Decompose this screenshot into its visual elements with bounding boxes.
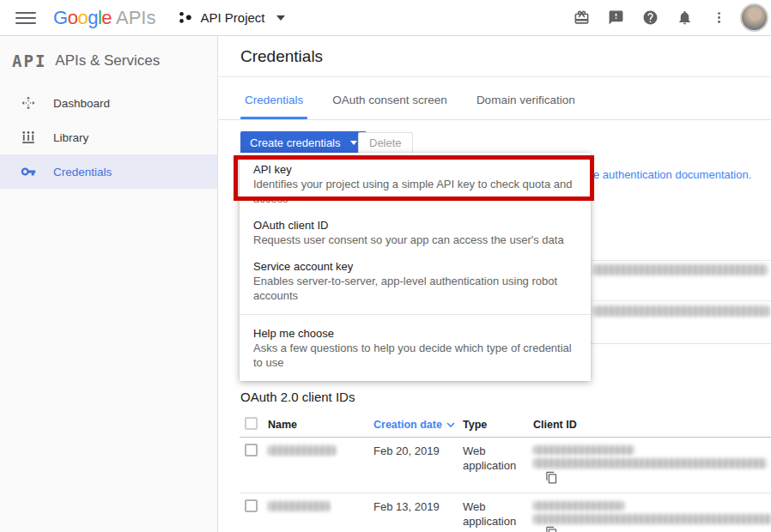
logo-letter: o (77, 7, 88, 28)
redacted-client-id (533, 514, 771, 524)
sort-chevron-icon (446, 422, 455, 427)
logo-letter: e (101, 7, 112, 28)
avatar[interactable] (740, 3, 768, 32)
api-logo: API (12, 51, 46, 70)
create-credentials-button[interactable]: Create credentials (240, 131, 367, 154)
page-header: Credentials (219, 36, 771, 77)
gift-icon[interactable] (564, 1, 598, 35)
sidebar-title: APIs & Services (55, 52, 160, 70)
key-icon (21, 164, 36, 179)
select-all-checkbox[interactable] (245, 417, 258, 430)
redacted-client-name (268, 445, 336, 456)
row-checkbox[interactable] (245, 444, 258, 456)
row-checkbox[interactable] (245, 499, 258, 512)
menu-item-title: OAuth client ID (253, 218, 577, 233)
logo-letter: g (88, 7, 98, 28)
project-icon (178, 10, 192, 25)
column-header-creation-date[interactable]: Creation date (373, 419, 455, 431)
menu-icon[interactable] (15, 8, 36, 28)
sidebar: API APIs & Services Dashboard Library Cr… (0, 36, 218, 532)
google-apis-logo[interactable]: GoogleAPIs (53, 7, 155, 29)
sidebar-item-dashboard[interactable]: Dashboard (0, 86, 217, 120)
redacted-text (593, 305, 769, 317)
menu-item-title: Service account key (253, 259, 577, 274)
help-icon[interactable] (633, 1, 667, 35)
menu-item-api-key[interactable]: API key Identifies your project using a … (240, 156, 591, 212)
type-cell: Web application (463, 499, 526, 529)
redacted-client-id (533, 445, 634, 455)
topbar-actions (564, 1, 771, 35)
logo-letter: o (68, 7, 78, 28)
menu-item-description: Asks a few questions to help you decide … (253, 341, 577, 370)
copy-icon[interactable] (545, 526, 558, 532)
sidebar-nav: Dashboard Library Credentials (0, 86, 217, 189)
more-vert-icon[interactable] (701, 1, 736, 35)
redacted-client-id (533, 501, 624, 511)
chevron-down-icon (276, 15, 285, 21)
authentication-documentation-link[interactable]: e authentication documentation. (593, 168, 751, 181)
menu-item-oauth-client-id[interactable]: OAuth client ID Requests user consent so… (240, 212, 591, 253)
tab-domain-verification[interactable]: Domain verification (472, 94, 580, 119)
menu-item-title: API key (253, 162, 577, 177)
menu-item-title: Help me choose (253, 326, 577, 341)
column-header-client-id: Client ID (533, 419, 577, 431)
menu-item-help-me-choose[interactable]: Help me choose Asks a few questions to h… (240, 320, 591, 376)
oauth-clients-heading: OAuth 2.0 client IDs (240, 390, 355, 404)
main-content: Credentials Credentials OAuth consent sc… (219, 36, 771, 532)
sidebar-item-label: Library (53, 131, 88, 144)
project-selector[interactable]: API Project (178, 10, 284, 25)
topbar: GoogleAPIs API Project (0, 0, 771, 36)
dashboard-icon (21, 95, 36, 111)
feedback-icon[interactable] (598, 1, 633, 35)
create-credentials-label: Create credentials (250, 136, 341, 149)
redacted-client-id (533, 458, 767, 469)
logo-letter: G (53, 7, 68, 28)
create-credentials-menu: API key Identifies your project using a … (240, 153, 591, 381)
tab-bar: Credentials OAuth consent screen Domain … (219, 78, 771, 120)
menu-item-description: Requests user consent so your app can ac… (253, 233, 577, 247)
chevron-down-icon (350, 141, 357, 145)
delete-button[interactable]: Delete (358, 132, 413, 154)
creation-date-cell: Feb 13, 2019 (373, 499, 440, 514)
redacted-client-name (268, 501, 330, 511)
column-header-name: Name (268, 419, 297, 431)
copy-icon[interactable] (545, 471, 558, 484)
tab-oauth-consent-screen[interactable]: OAuth consent screen (328, 94, 452, 119)
sidebar-item-label: Credentials (53, 166, 112, 178)
row-divider (240, 493, 771, 493)
sidebar-item-label: Dashboard (53, 97, 110, 110)
column-header-label: Creation date (373, 419, 442, 431)
project-name: API Project (200, 10, 264, 25)
redacted-text (593, 264, 768, 275)
logo-apis-text: APIs (116, 7, 155, 28)
page-title: Credentials (240, 47, 323, 66)
type-cell: Web application (463, 444, 526, 473)
tab-credentials[interactable]: Credentials (240, 94, 307, 119)
menu-item-description: Enables server-to-server, app-level auth… (253, 274, 577, 303)
sidebar-item-credentials[interactable]: Credentials (0, 154, 217, 189)
menu-divider (240, 314, 591, 315)
notifications-icon[interactable] (667, 1, 701, 35)
creation-date-cell: Feb 20, 2019 (373, 444, 440, 458)
table-header-divider (240, 437, 771, 438)
column-header-type: Type (463, 419, 487, 431)
sidebar-item-library[interactable]: Library (0, 120, 217, 154)
menu-item-service-account-key[interactable]: Service account key Enables server-to-se… (240, 253, 591, 309)
sidebar-header: API APIs & Services (0, 36, 217, 86)
library-icon (21, 130, 36, 145)
menu-item-description: Identifies your project using a simple A… (253, 177, 577, 206)
